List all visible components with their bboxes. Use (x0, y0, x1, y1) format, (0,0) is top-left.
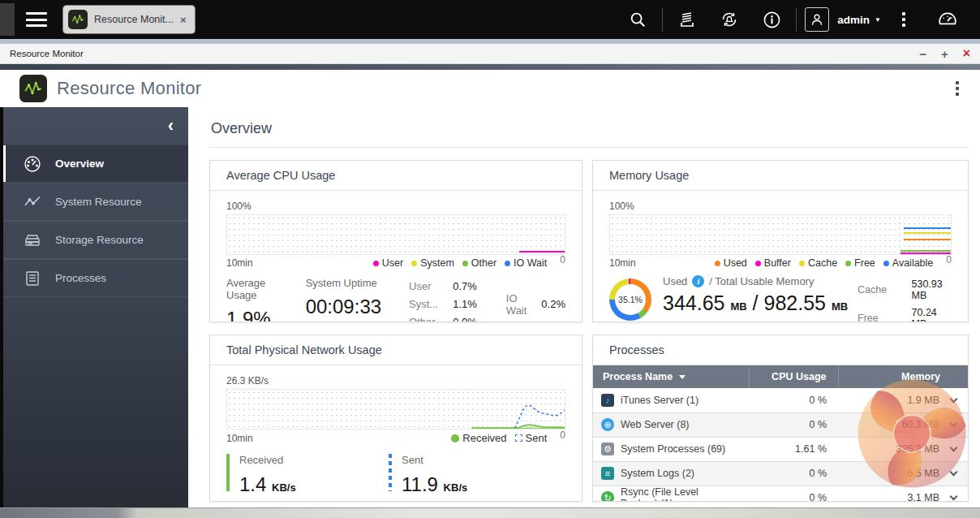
cpu-chart-xmax-label: 0 (560, 254, 565, 265)
resource-monitor-app-icon (68, 10, 88, 29)
sidebar-item-label: System Resource (55, 196, 142, 208)
average-usage-stat: Average Usage 1.9% (226, 277, 278, 322)
more-options-icon[interactable] (881, 12, 926, 27)
chevron-down-icon: ▼ (875, 16, 881, 24)
cpu-chart-xmin-label: 10min (226, 257, 253, 269)
expand-row-icon[interactable] (950, 468, 958, 477)
sort-caret-icon (679, 375, 686, 379)
sidebar-item-overview[interactable]: Overview (3, 145, 188, 183)
sidebar-item-system-resource[interactable]: System Resource (3, 183, 188, 221)
memory-used-series (904, 239, 951, 240)
sidebar-collapse-icon[interactable]: ‹ (168, 117, 174, 135)
expand-row-icon[interactable] (950, 420, 958, 428)
network-history-chart (226, 389, 565, 430)
legend-dot-available (883, 261, 889, 266)
topbar-divider (662, 7, 663, 32)
gauge-icon (23, 154, 42, 174)
minimize-button[interactable]: − (919, 48, 926, 60)
table-row[interactable]: ↻Rsync (File Level Backup) (1) 0 % 3.1 M… (593, 486, 968, 502)
search-icon[interactable] (617, 11, 659, 28)
network-legend: Received Sent 0 (451, 432, 565, 444)
network-chart-xmin-label: 10min (226, 433, 253, 444)
col-memory[interactable]: Memory (838, 365, 968, 388)
sidebar-item-storage-resource[interactable]: Storage Resource (3, 221, 188, 259)
processes-card: Processes Process Name CPU Usage Memory … (592, 335, 969, 502)
user-menu[interactable]: admin ▼ (837, 14, 881, 26)
desktop-edge (0, 3, 15, 36)
sidebar-item-processes[interactable]: Processes (3, 259, 188, 297)
notifications-sync-icon[interactable] (708, 10, 750, 29)
table-row[interactable]: ♪iTunes Server (1) 0 % 1.9 MB (593, 388, 968, 412)
card-title: Memory Usage (609, 169, 689, 182)
itunes-icon: ♪ (601, 394, 614, 407)
cpu-legend: User System Other IO Wait 0 (373, 257, 565, 269)
system-uptime-stat: System Uptime 00:09:33 (306, 277, 381, 322)
network-usage-card: Total Physical Network Usage 26.3 KB/s 1… (209, 335, 582, 502)
sidebar-item-label: Overview (55, 158, 104, 170)
memory-buffer-series (900, 253, 951, 254)
window-title: Resource Monitor (10, 49, 84, 58)
content-area: Overview Average CPU Usage 100% 10min Us… (188, 107, 980, 507)
expand-row-icon[interactable] (950, 444, 958, 452)
received-bar (226, 454, 230, 491)
card-title: Total Physical Network Usage (226, 343, 382, 356)
memory-usage-card: Memory Usage 100% 10min (592, 160, 969, 322)
legend-dot-other (462, 261, 468, 266)
table-row[interactable]: ⊕Web Server (8) 0 % 60.3 MB (593, 412, 968, 437)
cpu-history-chart (226, 214, 565, 255)
table-row[interactable]: ⚙System Processes (69) 1.61 % 325.2 MB (593, 437, 968, 461)
legend-dot-free (845, 261, 851, 266)
memory-donut-chart: 35.1% (609, 278, 651, 321)
background-tasks-icon[interactable] (666, 10, 708, 29)
line-chart-icon (23, 192, 42, 212)
maximize-button[interactable]: + (941, 48, 948, 60)
col-process-name[interactable]: Process Name (593, 365, 749, 388)
memory-chart-ymax-label: 100% (609, 201, 952, 212)
system-processes-icon: ⚙ (601, 442, 614, 455)
storage-drive-icon (23, 231, 42, 250)
memory-free-series (900, 250, 951, 252)
legend-dot-cache (799, 261, 805, 266)
expand-row-icon[interactable] (950, 395, 958, 403)
table-row[interactable]: ≡System Logs (2) 0 % 6.5 MB (593, 461, 968, 486)
legend-dot-received (451, 434, 459, 442)
page-title: Overview (209, 114, 969, 148)
info-icon[interactable] (750, 11, 793, 29)
memory-cache-series (904, 232, 951, 234)
col-cpu-usage[interactable]: CPU Usage (749, 365, 838, 388)
sidebar-item-label: Processes (55, 272, 106, 284)
process-list-icon (23, 269, 42, 288)
memory-legend: Used Buffer Cache Free Available 0 (715, 257, 952, 269)
tab-close-icon[interactable]: × (180, 14, 187, 26)
memory-used-caption: Used i / Total Usable Memory (663, 275, 849, 287)
desktop-topbar: Resource Monit... × admin ▼ (0, 0, 980, 39)
app-more-options-icon[interactable] (949, 81, 965, 96)
sidebar-item-label: Storage Resource (55, 234, 144, 246)
memory-details: Cache530.93 MB Free70.24 MB Available637… (858, 275, 952, 322)
system-logs-icon: ≡ (601, 467, 614, 480)
legend-dot-system (411, 261, 417, 266)
window-bottom-bar (0, 507, 980, 518)
sent-bar (389, 454, 392, 491)
cpu-user-series (519, 251, 565, 253)
memory-history-chart (609, 214, 952, 255)
memory-chart-xmin-label: 10min (609, 257, 636, 269)
tab-label: Resource Monit... (94, 14, 174, 25)
info-icon[interactable]: i (692, 275, 704, 287)
cpu-chart-ymax-label: 100% (226, 201, 565, 212)
memory-donut-label: 35.1% (609, 278, 651, 321)
user-avatar-icon[interactable] (805, 7, 829, 32)
main-menu-icon[interactable] (26, 12, 47, 27)
network-chart-ymax-label: 26.3 KB/s (226, 375, 565, 386)
expand-row-icon[interactable] (950, 493, 958, 501)
processes-table: Process Name CPU Usage Memory ♪iTunes Se… (593, 365, 968, 502)
memory-used-total-value: 344.65 MB / 982.55 MB (663, 291, 849, 315)
window-titlebar[interactable]: Resource Monitor − + × (0, 44, 980, 64)
received-series (472, 425, 565, 429)
close-button[interactable]: × (963, 47, 970, 60)
app-title: Resource Monitor (57, 78, 201, 99)
memory-chart-xmax-label: 0 (946, 254, 952, 265)
app-tab-resource-monitor[interactable]: Resource Monit... × (63, 6, 195, 33)
dashboard-icon[interactable] (926, 9, 969, 30)
user-name: admin (837, 14, 870, 26)
